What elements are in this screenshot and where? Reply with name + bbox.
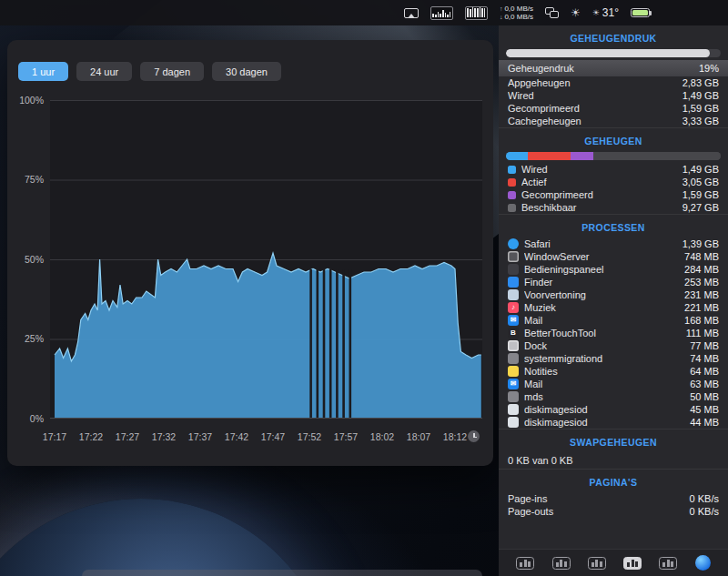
page-stat-value: 0 KB/s xyxy=(690,493,719,504)
section-header-processen: PROCESSEN xyxy=(499,214,728,237)
systemmigrationd-icon xyxy=(508,353,519,364)
memory-usage-chart xyxy=(50,100,482,419)
cpu-graph-icon[interactable] xyxy=(430,6,453,20)
history-clock-icon[interactable] xyxy=(468,430,480,442)
process-memory: 44 MB xyxy=(690,417,719,428)
process-row: mds50 MB xyxy=(499,390,728,403)
memory-sidebar: GEHEUGENDRUK Geheugendruk 19% Appgeheuge… xyxy=(499,25,728,576)
brightness-sun-icon[interactable]: ☀ xyxy=(571,7,581,18)
process-row: WindowServer748 MB xyxy=(499,250,728,263)
section-header-geheugen: GEHEUGEN xyxy=(499,127,728,151)
process-memory: 50 MB xyxy=(690,391,719,402)
stat-label: Wired xyxy=(508,90,682,101)
stat-value: 2,83 GB xyxy=(682,77,719,88)
process-memory: 168 MB xyxy=(684,315,719,326)
disk-widget-icon[interactable] xyxy=(588,557,606,570)
sun-icon: ☀ xyxy=(592,8,600,17)
process-row: diskimagesiod44 MB xyxy=(499,416,728,429)
weather-menubar-widget[interactable]: ☀ 31° xyxy=(592,6,619,19)
widget-toolbar xyxy=(499,549,728,576)
window-layers-icon[interactable] xyxy=(545,7,559,18)
network-menubar-widget[interactable]: ↑ 0,0 MB/s ↓ 0,0 MB/s xyxy=(500,5,533,21)
memory-legend-row: Beschikbaar9,27 GB xyxy=(499,201,728,214)
process-name: Finder xyxy=(524,277,684,288)
time-range-button-24-uur[interactable]: 24 uur xyxy=(76,62,132,81)
process-row: Voorvertoning231 MB xyxy=(499,288,728,301)
y-axis-tick: 25% xyxy=(7,333,44,344)
process-memory: 63 MB xyxy=(690,379,719,389)
pressure-label: Geheugendruk xyxy=(508,63,699,74)
x-axis-tick: 18:12 xyxy=(443,431,467,442)
section-header-geheugendruk: GEHEUGENDRUK xyxy=(499,25,728,48)
gpu-widget-icon[interactable] xyxy=(552,557,571,570)
process-name: Dock xyxy=(524,340,690,351)
page-stat-row: Page-ins0 KB/s xyxy=(499,492,728,505)
dock[interactable] xyxy=(82,570,482,576)
process-memory: 74 MB xyxy=(690,353,719,364)
page-stat-value: 0 KB/s xyxy=(690,506,719,517)
notes-icon xyxy=(508,366,519,377)
legend-color-swatch xyxy=(508,191,516,199)
windowserver-icon xyxy=(508,251,519,262)
pressure-stat-row: Wired1,49 GB xyxy=(499,89,728,102)
memory-bar-segment xyxy=(571,152,593,160)
pressure-value: 19% xyxy=(699,63,719,74)
sensors-widget-icon[interactable] xyxy=(659,557,677,570)
process-memory: 64 MB xyxy=(690,366,719,377)
network-download-speed: 0,0 MB/s xyxy=(504,13,533,21)
legend-color-swatch xyxy=(508,178,516,187)
wallpaper-planet xyxy=(0,499,337,576)
legend-label: Gecomprimeerd xyxy=(521,189,682,200)
memory-widget-icon[interactable] xyxy=(623,557,642,570)
time-range-button-1-uur[interactable]: 1 uur xyxy=(18,62,68,81)
x-axis-tick: 17:37 xyxy=(188,431,212,442)
x-axis-tick: 17:47 xyxy=(261,431,285,442)
memory-bar-segment xyxy=(506,152,528,160)
memory-legend-row: Gecomprimeerd1,59 GB xyxy=(499,188,728,201)
stat-label: Appgeheugen xyxy=(508,77,682,88)
cpu-widget-icon[interactable] xyxy=(516,557,534,570)
weather-widget-icon[interactable] xyxy=(695,555,711,571)
music-icon: ♪ xyxy=(508,302,519,313)
stat-value: 1,59 GB xyxy=(682,103,719,114)
legend-label: Beschikbaar xyxy=(521,202,682,213)
mds-icon xyxy=(508,391,519,402)
process-name: Safari xyxy=(524,238,682,249)
y-axis-tick: 100% xyxy=(7,95,44,106)
y-axis-tick: 75% xyxy=(7,174,44,185)
stat-label: Gecomprimeerd xyxy=(508,103,682,114)
time-range-button-7-dagen[interactable]: 7 dagen xyxy=(140,62,204,81)
memory-pressure-row: Geheugendruk 19% xyxy=(499,60,728,76)
process-name: Mail xyxy=(524,379,690,389)
process-memory: 1,39 GB xyxy=(682,238,719,249)
process-row: Notities64 MB xyxy=(499,365,728,378)
process-memory: 284 MB xyxy=(684,264,719,275)
pressure-stat-row: Gecomprimeerd1,59 GB xyxy=(499,102,728,115)
section-header-paginas: PAGINA'S xyxy=(499,469,728,492)
process-name: mds xyxy=(524,391,690,402)
battery-icon[interactable] xyxy=(631,8,650,17)
process-name: diskimagesiod xyxy=(524,404,690,415)
process-row: ✉Mail63 MB xyxy=(499,378,728,390)
process-memory: 748 MB xyxy=(684,251,719,262)
menu-bar: ↑ 0,0 MB/s ↓ 0,0 MB/s ☀ ☀ 31° xyxy=(0,0,728,25)
download-arrow-icon: ↓ xyxy=(500,13,503,21)
x-axis-tick: 17:22 xyxy=(79,431,103,442)
time-range-tabs: 1 uur24 uur7 dagen30 dagen xyxy=(18,62,281,81)
process-row: Safari1,39 GB xyxy=(499,237,728,250)
memory-legend-row: Actief3,05 GB xyxy=(499,176,728,188)
x-axis-tick: 18:02 xyxy=(370,431,394,442)
swap-usage-text: 0 KB van 0 KB xyxy=(499,452,728,469)
legend-value: 9,27 GB xyxy=(682,202,719,213)
mail-icon: ✉ xyxy=(508,379,519,389)
memory-graph-icon[interactable] xyxy=(465,6,488,20)
legend-value: 1,49 GB xyxy=(682,164,719,175)
screen-mirroring-icon[interactable] xyxy=(404,8,419,18)
process-memory: 253 MB xyxy=(684,277,719,288)
memory-legend-row: Wired1,49 GB xyxy=(499,163,728,176)
process-row: ♪Muziek221 MB xyxy=(499,301,728,314)
legend-color-swatch xyxy=(508,166,516,174)
process-name: Bedieningspaneel xyxy=(524,264,684,275)
legend-label: Wired xyxy=(521,164,682,175)
time-range-button-30-dagen[interactable]: 30 dagen xyxy=(212,62,281,81)
